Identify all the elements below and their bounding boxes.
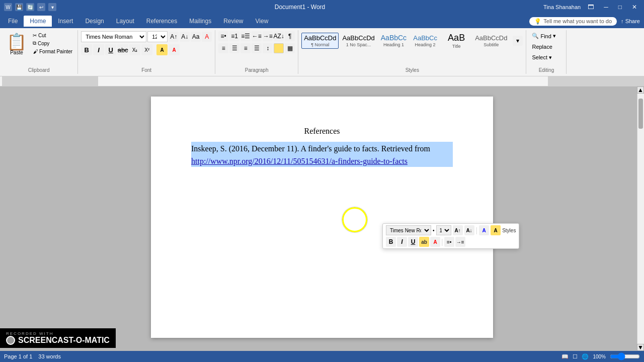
- change-case-btn[interactable]: Aa: [191, 32, 201, 42]
- style-no-spacing[interactable]: AaBbCcDd 1 No Spac...: [340, 33, 377, 49]
- style-subtitle[interactable]: AaBbCcDd Subtitle: [472, 33, 510, 49]
- ref-line1-text: Inskeep, S. (2016, December 11). A finde…: [191, 144, 430, 153]
- decrease-font-btn[interactable]: A↓: [180, 32, 190, 42]
- bullets-btn[interactable]: ≡•: [218, 31, 228, 41]
- tell-me-input[interactable]: 💡 Tell me what you want to do: [529, 17, 617, 26]
- increase-font-btn[interactable]: A↑: [169, 32, 179, 42]
- tab-view[interactable]: View: [250, 16, 275, 27]
- clear-format-btn[interactable]: A: [202, 32, 212, 42]
- format-painter-button[interactable]: 🖌 Format Painter: [31, 48, 74, 55]
- ft-highlight2[interactable]: ab: [419, 237, 429, 247]
- close-btn[interactable]: ✕: [629, 3, 640, 12]
- scrollbar-vertical[interactable]: [637, 94, 644, 344]
- tab-layout[interactable]: Layout: [110, 16, 140, 27]
- paragraph-group: ≡• ≡1 ≡☰ ←≡ →≡ AZ↓ ¶ ≡ ☰ ≡ ☰ ↕ ▦ Paragra…: [215, 30, 298, 74]
- style-heading1[interactable]: AaBbCc Heading 1: [378, 32, 409, 49]
- ft-indent[interactable]: →≡: [455, 237, 465, 247]
- tab-mailings[interactable]: Mailings: [183, 16, 217, 27]
- decrease-indent-btn[interactable]: ←≡: [252, 31, 262, 41]
- align-right-btn[interactable]: ≡: [240, 43, 251, 53]
- style-heading2[interactable]: AaBbCc Heading 2: [410, 33, 440, 49]
- view-web-btn[interactable]: 🌐: [582, 353, 589, 360]
- ft-font-select[interactable]: Times New Ro...: [386, 225, 431, 235]
- scrollbar-thumb[interactable]: [638, 99, 643, 129]
- style-normal[interactable]: AaBbCcDd ¶ Normal: [301, 33, 339, 49]
- ft-styles-label[interactable]: Styles: [502, 228, 516, 233]
- numbering-btn[interactable]: ≡1: [229, 31, 239, 41]
- replace-button[interactable]: Replace: [529, 42, 554, 51]
- tab-design[interactable]: Design: [79, 16, 110, 27]
- more-icon[interactable]: ▾: [48, 3, 56, 11]
- ref-line1: Inskeep, S. (2016, December 11). A finde…: [191, 143, 453, 155]
- text-highlight-btn[interactable]: A: [156, 44, 168, 55]
- format-painter-label: Format Painter: [39, 49, 72, 54]
- undo-icon[interactable]: ↩: [37, 3, 45, 11]
- ft-color[interactable]: A: [430, 237, 440, 247]
- shading-btn[interactable]: [274, 43, 284, 53]
- ref-link[interactable]: http://www.npr.org/2016/12/11/505154631/…: [191, 157, 408, 165]
- ft-font-up[interactable]: A↑: [453, 225, 463, 235]
- font-family-select[interactable]: Times New Roman: [81, 31, 146, 42]
- tab-home[interactable]: Home: [24, 16, 52, 27]
- font-row1: Times New Roman 12 A↑ A↓ Aa A: [81, 31, 212, 42]
- ft-underline[interactable]: U: [408, 237, 418, 247]
- ft-format-x[interactable]: ≡•: [444, 237, 454, 247]
- scroll-down-btn[interactable]: ▼: [637, 344, 644, 351]
- cut-button[interactable]: ✂ Cut: [31, 32, 74, 39]
- font-size-select[interactable]: 12: [147, 31, 168, 42]
- refresh-icon[interactable]: 🔄: [26, 3, 34, 11]
- minimize-btn[interactable]: ─: [601, 3, 611, 12]
- ft-divider1: |: [476, 226, 478, 234]
- zoom-level: 100%: [593, 354, 606, 359]
- tab-insert[interactable]: Insert: [52, 16, 79, 27]
- style-title[interactable]: AaB Title: [441, 31, 471, 50]
- ft-format-a[interactable]: A: [479, 225, 489, 235]
- superscript-button[interactable]: X²: [141, 44, 152, 55]
- view-read-btn[interactable]: 📖: [561, 353, 569, 360]
- find-dropdown[interactable]: ▾: [553, 33, 556, 39]
- document-page[interactable]: Times New Ro... • 12 A↑ A↓ | A A Styles …: [151, 97, 493, 338]
- ft-italic[interactable]: I: [397, 237, 407, 247]
- bold-button[interactable]: B: [81, 44, 92, 55]
- ft-bold[interactable]: B: [386, 237, 396, 247]
- ft-size-select[interactable]: 12: [436, 225, 451, 235]
- more-styles-btn[interactable]: ▾: [513, 36, 523, 46]
- copy-button[interactable]: ⧉ Copy: [31, 40, 74, 47]
- underline-button[interactable]: U: [105, 44, 116, 55]
- find-button[interactable]: 🔍 Find ▾: [529, 31, 558, 41]
- strikethrough-button[interactable]: abc: [117, 44, 128, 55]
- reference-block[interactable]: Inskeep, S. (2016, December 11). A finde…: [191, 142, 453, 167]
- tab-review[interactable]: Review: [217, 16, 249, 27]
- justify-btn[interactable]: ☰: [252, 43, 262, 53]
- save-icon[interactable]: 💾: [15, 3, 23, 11]
- scroll-up-btn[interactable]: ▲: [637, 86, 644, 94]
- document-content[interactable]: References Inskeep, S. (2016, December 1…: [191, 127, 453, 167]
- share-btn[interactable]: ↑ Share: [621, 18, 640, 24]
- restore-btn[interactable]: 🗖: [585, 3, 597, 12]
- increase-indent-btn[interactable]: →≡: [263, 31, 273, 41]
- align-center-btn[interactable]: ☰: [229, 43, 239, 53]
- style-normal-label: ¶ Normal: [311, 42, 329, 47]
- ft-font-down[interactable]: A↓: [464, 225, 474, 235]
- tab-file[interactable]: File: [2, 16, 24, 27]
- zoom-slider[interactable]: [610, 352, 640, 360]
- multilevel-btn[interactable]: ≡☰: [240, 31, 251, 41]
- sort-btn[interactable]: AZ↓: [274, 31, 284, 41]
- references-title: References: [191, 127, 453, 136]
- italic-button[interactable]: I: [93, 44, 104, 55]
- line-spacing-btn[interactable]: ↕: [263, 43, 273, 53]
- cursor-circle: [342, 207, 367, 232]
- maximize-btn[interactable]: □: [615, 3, 625, 12]
- view-layout-btn[interactable]: ☐: [573, 353, 578, 360]
- align-left-btn[interactable]: ≡: [218, 43, 228, 53]
- subscript-button[interactable]: X₂: [129, 44, 140, 55]
- ribbon: 📋 Paste ✂ Cut ⧉ Copy 🖌 Format Painter Cl…: [0, 28, 644, 76]
- tab-references[interactable]: References: [140, 16, 183, 27]
- style-title-preview: AaB: [448, 33, 465, 44]
- borders-btn[interactable]: ▦: [285, 43, 295, 53]
- font-color-btn[interactable]: A: [169, 44, 180, 55]
- paste-button[interactable]: 📋 Paste: [3, 32, 30, 57]
- select-button[interactable]: Select ▾: [529, 53, 554, 62]
- show-marks-btn[interactable]: ¶: [285, 31, 295, 41]
- ft-highlight[interactable]: A: [491, 225, 501, 235]
